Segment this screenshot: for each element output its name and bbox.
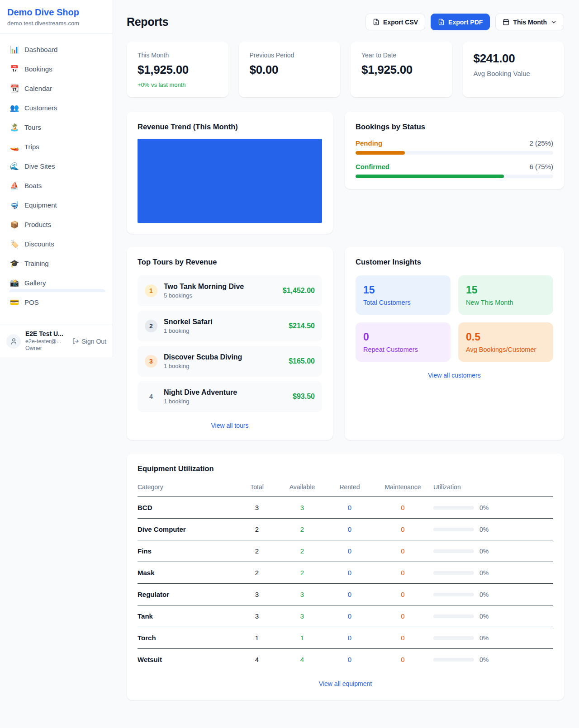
- equipment-total: 3: [237, 584, 277, 605]
- sidebar-item-dive-sites[interactable]: 🌊Dive Sites: [5, 156, 107, 176]
- column-header: Total: [237, 479, 277, 497]
- sidebar-item-label: Equipment: [24, 201, 57, 209]
- tour-revenue: $214.50: [289, 322, 315, 330]
- pos-icon: 💳: [10, 298, 19, 307]
- user-name: E2E Test U...: [25, 330, 68, 338]
- sidebar-nav: 📊Dashboard📅Bookings📆Calendar👥Customers🏝️…: [0, 33, 113, 325]
- utilization-percent: 0%: [479, 591, 489, 598]
- user-meta: E2E Test U... e2e-tester@... Owner: [25, 330, 68, 352]
- equipment-utilization-cell: 0%: [433, 627, 553, 649]
- insight-tiles: 15Total Customers15New This Month0Repeat…: [356, 275, 553, 362]
- equipment-utilization-cell: 0%: [433, 540, 553, 562]
- sidebar-item-discounts[interactable]: 🏷️Discounts: [5, 234, 107, 254]
- equipment-category: Fins: [138, 540, 237, 562]
- export-pdf-button[interactable]: Export PDF: [431, 14, 490, 30]
- column-header: Maintenance: [372, 479, 433, 497]
- column-header: Rented: [327, 479, 372, 497]
- column-header: Category: [138, 479, 237, 497]
- tour-revenue: $93.50: [293, 392, 315, 401]
- equipment-utilization-cell: 0%: [433, 497, 553, 519]
- status-count: 2 (25%): [529, 139, 553, 147]
- stat-value: $241.00: [474, 52, 554, 66]
- tour-info: Snorkel Safari1 booking: [164, 318, 282, 334]
- insights-row: Top Tours by Revenue 1Two Tank Morning D…: [127, 247, 564, 440]
- dive-sites-icon: 🌊: [10, 162, 19, 170]
- stat-card-previous-period: Previous Period $0.00: [239, 42, 341, 97]
- equipment-total: 2: [237, 519, 277, 540]
- equipment-icon: 🤿: [10, 201, 19, 209]
- sidebar-item-label: Products: [24, 221, 51, 228]
- tour-info: Night Dive Adventure1 booking: [164, 388, 286, 405]
- insight-value: 15: [363, 284, 443, 296]
- table-row: Mask22000%: [138, 562, 553, 584]
- status-progress-track: [356, 175, 553, 178]
- status-progress-track: [356, 151, 553, 155]
- tour-row: 3Discover Scuba Diving1 booking$165.00: [138, 346, 322, 377]
- insight-label: New This Month: [466, 299, 546, 306]
- tour-info: Two Tank Morning Dive5 bookings: [164, 283, 276, 299]
- equipment-maintenance: 0: [372, 605, 433, 627]
- trips-icon: 🚤: [10, 142, 19, 151]
- insight-tile: 15Total Customers: [356, 275, 451, 315]
- stat-delta: +0% vs last month: [138, 81, 218, 88]
- equipment-maintenance: 0: [372, 562, 433, 584]
- sidebar-item-boats[interactable]: ⛵Boats: [5, 176, 107, 195]
- user-email: e2e-tester@...: [25, 338, 68, 345]
- equipment-maintenance: 0: [372, 540, 433, 562]
- table-row: Tank33000%: [138, 605, 553, 627]
- sign-out-icon: [72, 338, 79, 345]
- equipment-maintenance: 0: [372, 519, 433, 540]
- page-title: Reports: [127, 15, 168, 28]
- charts-row: Revenue Trend (This Month) Bookings by S…: [127, 112, 564, 234]
- utilization-track: [433, 593, 474, 596]
- equipment-rented: 0: [327, 649, 372, 671]
- tour-row: 4Night Dive Adventure1 booking$93.50: [138, 381, 322, 412]
- sign-out-button[interactable]: Sign Out: [72, 338, 106, 345]
- view-all-tours-link[interactable]: View all tours: [138, 422, 322, 429]
- sidebar-item-pos[interactable]: 💳POS: [5, 293, 107, 312]
- sidebar-item-training[interactable]: 🎓Training: [5, 254, 107, 273]
- tour-rank-badge: 1: [145, 284, 157, 297]
- equipment-available: 2: [277, 562, 327, 584]
- equipment-category: Regulator: [138, 584, 237, 605]
- equipment-rented: 0: [327, 605, 372, 627]
- equipment-utilization-cell: 0%: [433, 519, 553, 540]
- equipment-category: BCD: [138, 497, 237, 519]
- sidebar-item-products[interactable]: 📦Products: [5, 215, 107, 234]
- sidebar-item-dashboard[interactable]: 📊Dashboard: [5, 40, 107, 59]
- equipment-rented: 0: [327, 562, 372, 584]
- insight-value: 15: [466, 284, 546, 296]
- tour-info: Discover Scuba Diving1 booking: [164, 353, 282, 369]
- equipment-table: CategoryTotalAvailableRentedMaintenanceU…: [138, 479, 553, 670]
- export-csv-button[interactable]: Export CSV: [365, 14, 425, 30]
- sidebar-item-calendar[interactable]: 📆Calendar: [5, 79, 107, 98]
- view-all-equipment-link[interactable]: View all equipment: [138, 680, 553, 687]
- table-row: Fins22000%: [138, 540, 553, 562]
- view-all-customers-link[interactable]: View all customers: [356, 372, 553, 379]
- utilization-track: [433, 549, 474, 553]
- equipment-rented: 0: [327, 584, 372, 605]
- period-select[interactable]: This Month: [495, 14, 564, 30]
- equipment-total: 4: [237, 649, 277, 671]
- sidebar-item-customers[interactable]: 👥Customers: [5, 98, 107, 118]
- status-label: Confirmed: [356, 163, 389, 170]
- customers-icon: 👥: [10, 104, 19, 112]
- sidebar-item-equipment[interactable]: 🤿Equipment: [5, 195, 107, 215]
- customer-insights-card: Customer Insights 15Total Customers15New…: [345, 247, 564, 440]
- sidebar-item-tours[interactable]: 🏝️Tours: [5, 118, 107, 137]
- tour-name: Snorkel Safari: [164, 318, 282, 326]
- tour-revenue: $1,452.00: [283, 287, 315, 295]
- equipment-available: 2: [277, 540, 327, 562]
- equipment-rented: 0: [327, 519, 372, 540]
- sidebar-item-label: Dashboard: [24, 46, 57, 53]
- utilization-track: [433, 615, 474, 618]
- calendar-icon: [503, 19, 509, 25]
- insight-tile: 0Repeat Customers: [356, 322, 451, 362]
- sidebar-item-bookings[interactable]: 📅Bookings: [5, 59, 107, 79]
- sidebar-item-active-partial[interactable]: [9, 289, 105, 292]
- tours-icon: 🏝️: [10, 123, 19, 132]
- equipment-maintenance: 0: [372, 497, 433, 519]
- sidebar-item-trips[interactable]: 🚤Trips: [5, 137, 107, 156]
- equipment-total: 3: [237, 497, 277, 519]
- utilization-track: [433, 506, 474, 510]
